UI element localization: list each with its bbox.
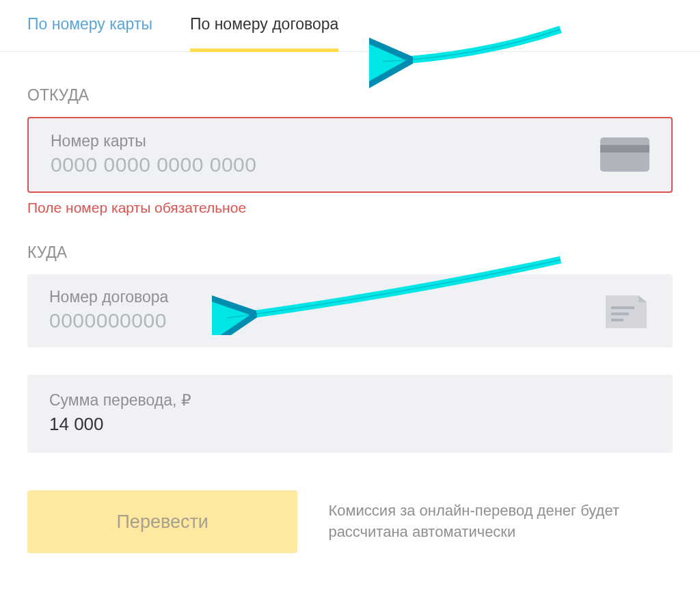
tab-by-contract[interactable]: По номеру договора (190, 15, 338, 51)
from-section-label: ОТКУДА (27, 86, 673, 105)
tab-by-card[interactable]: По номеру карты (27, 15, 152, 51)
svg-rect-2 (611, 319, 623, 321)
card-number-input[interactable]: Номер карты 0000 0000 0000 0000 (27, 117, 673, 193)
card-icon (600, 137, 649, 172)
amount-label: Сумма перевода, ₽ (49, 391, 651, 410)
to-section-label: КУДА (27, 243, 673, 262)
contract-number-placeholder: 0000000000 (49, 309, 602, 332)
amount-input[interactable]: Сумма перевода, ₽ 14 000 (27, 375, 673, 453)
contract-number-input[interactable]: Номер договора 0000000000 (27, 274, 673, 347)
transfer-button[interactable]: Перевести (27, 490, 297, 553)
commission-note: Комиссия за онлайн-перевод денег будет р… (328, 501, 673, 543)
amount-value: 14 000 (49, 414, 651, 435)
card-number-placeholder: 0000 0000 0000 0000 (51, 153, 600, 176)
tabs: По номеру карты По номеру договора (0, 0, 700, 52)
card-number-label: Номер карты (51, 132, 600, 150)
contract-number-label: Номер договора (49, 288, 602, 306)
document-icon (602, 290, 651, 331)
card-error-message: Поле номер карты обязательное (27, 200, 673, 216)
svg-rect-0 (611, 306, 634, 309)
svg-rect-1 (611, 312, 629, 315)
